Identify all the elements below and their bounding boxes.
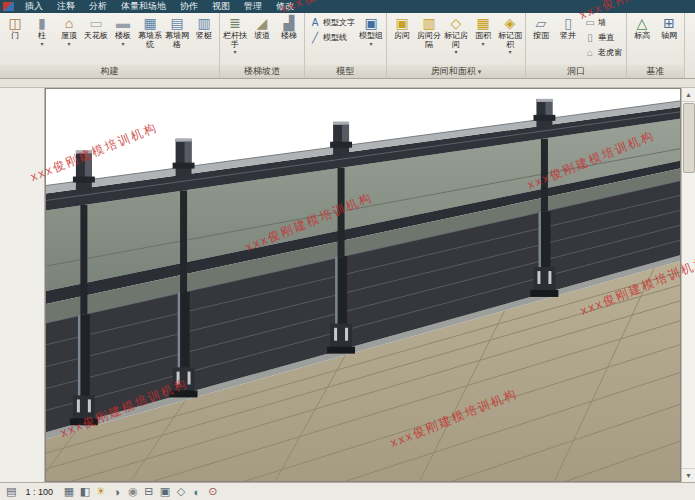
panel-label-text: 模型 — [337, 66, 355, 76]
panel-model-big-buttons: ▣ 模型组 ▾ — [358, 15, 384, 47]
panel-label-text: 洞口 — [567, 66, 585, 76]
panel-room-area-buttons: ▣ 房间 ▥ 房间分隔 ◇ 标记房间 ▾ — [387, 13, 525, 65]
level-button[interactable]: △ 标高 — [629, 15, 655, 41]
door-button[interactable]: ◫ 门 — [2, 15, 28, 41]
panel-dropdown-arrow-icon: ▾ — [478, 68, 482, 75]
ribbon-tab-bar: 插入 注释 分析 体量和场地 协作 视图 管理 修改 — [0, 0, 695, 13]
options-bar — [0, 79, 695, 88]
panel-label-datum: 基准 — [627, 65, 684, 78]
tab-insert[interactable]: 插入 — [18, 0, 50, 13]
area-icon: ▦ — [476, 15, 489, 32]
rendering-dialog-icon[interactable]: ◉ — [126, 485, 140, 498]
model-group-button[interactable]: ▣ 模型组 ▾ — [358, 15, 384, 47]
grid-icon: ⊞ — [663, 15, 675, 32]
view-control-icons: ▦ ◧ ☀ ◑ ◉ ⊟ ▣ ◇ ◐ ⊙ — [62, 485, 220, 498]
temporary-hide-isolate-icon[interactable]: ◐ — [190, 486, 204, 498]
ramp-icon: ◢ — [257, 15, 268, 32]
tab-collaborate[interactable]: 协作 — [173, 0, 205, 13]
panel-label-text: 楼梯坡道 — [244, 66, 280, 76]
room-separator-icon: ▥ — [422, 15, 435, 32]
panel-build-buttons: ◫ 门 ▮ 柱 ▾ ⌂ 屋顶 ▾ — [0, 13, 219, 65]
tab-view[interactable]: 视图 — [205, 0, 237, 13]
column-button[interactable]: ▮ 柱 ▾ — [29, 15, 55, 47]
stair-button[interactable]: ▟ 楼梯 — [276, 15, 302, 41]
model-line-button[interactable]: ╱ 模型线 — [307, 30, 357, 45]
panel-opening-small-buttons: ▭ 墙 ▯ 垂直 ⌂ 老虎窗 — [582, 15, 624, 60]
room-icon: ▣ — [395, 15, 408, 32]
curtain-system-icon: ▦ — [143, 15, 156, 32]
model-group-icon: ▣ — [364, 15, 377, 32]
panel-label-text: 房间和面积 — [431, 66, 476, 76]
reveal-hidden-icon[interactable]: ⊙ — [206, 485, 220, 498]
panel-circulation-buttons: ≣ 栏杆扶手 ▾ ◢ 坡道 ▟ 楼梯 — [220, 13, 304, 65]
sun-path-icon[interactable]: ☀ — [94, 485, 108, 498]
panel-label-room-area[interactable]: 房间和面积▾ — [387, 65, 525, 78]
visual-style-icon[interactable]: ◧ — [78, 485, 92, 498]
ribbon-panel-datum: △ 标高 ⊞ 轴网 基准 — [627, 13, 685, 78]
railing-icon: ≣ — [229, 15, 241, 32]
revit-window: 插入 注释 分析 体量和场地 协作 视图 管理 修改 — [0, 0, 695, 500]
ribbon-panel-model: A 模型文字 ╱ 模型线 ▣ 模型组 — [305, 13, 387, 78]
panel-label-model: 模型 — [305, 65, 386, 78]
crop-view-icon[interactable]: ⊟ — [142, 485, 156, 498]
model-3d-view[interactable] — [46, 89, 680, 481]
scroll-up-arrow-icon[interactable]: ▲ — [682, 88, 695, 102]
view-scale-control[interactable]: 1 : 100 — [21, 486, 57, 498]
opening-by-face-button[interactable]: ▱ 按面 — [528, 15, 554, 41]
tag-room-icon: ◇ — [451, 15, 462, 32]
panel-datum-buttons: △ 标高 ⊞ 轴网 — [627, 13, 684, 65]
panel-opening-big-buttons: ▱ 按面 ▯ 竖井 — [528, 15, 581, 41]
roof-icon: ⌂ — [65, 15, 73, 32]
wall-opening-button[interactable]: ▭ 墙 — [582, 15, 624, 30]
dormer-opening-icon: ⌂ — [584, 47, 596, 58]
ribbon-panel-opening: ▱ 按面 ▯ 竖井 ▭ — [526, 13, 627, 78]
vertical-opening-button[interactable]: ▯ 垂直 — [582, 30, 624, 45]
scroll-down-arrow-icon[interactable]: ▼ — [682, 468, 695, 482]
mullion-button[interactable]: ▥ 竖梃 — [191, 15, 217, 41]
shadows-icon[interactable]: ◑ — [110, 486, 124, 498]
tab-annotate[interactable]: 注释 — [50, 0, 82, 13]
ribbon-panel-build: ◫ 门 ▮ 柱 ▾ ⌂ 屋顶 ▾ — [0, 13, 220, 78]
area-button[interactable]: ▦ 面积 ▾ — [470, 15, 496, 47]
stair-icon: ▟ — [284, 15, 295, 32]
railing-button[interactable]: ≣ 栏杆扶手 ▾ — [222, 15, 248, 55]
tab-analyze[interactable]: 分析 — [82, 0, 114, 13]
curtain-grid-button[interactable]: ▤ 幕墙网格 — [164, 15, 190, 49]
drawing-area[interactable] — [45, 88, 681, 482]
room-separator-button[interactable]: ▥ 房间分隔 — [416, 15, 442, 49]
curtain-system-button[interactable]: ▦ 幕墙系统 — [137, 15, 163, 49]
ceiling-icon: ▭ — [89, 15, 102, 32]
ramp-button[interactable]: ◢ 坡道 — [249, 15, 275, 41]
tab-manage[interactable]: 管理 — [237, 0, 269, 13]
grid-button[interactable]: ⊞ 轴网 — [656, 15, 682, 41]
ceiling-button[interactable]: ▭ 天花板 — [83, 15, 109, 41]
tab-modify[interactable]: 修改 — [269, 0, 301, 13]
opening-by-face-icon: ▱ — [536, 15, 547, 32]
scrollbar-thumb[interactable] — [683, 103, 695, 173]
side-panel-strip — [0, 88, 45, 482]
vertical-scrollbar[interactable]: ▲ ▼ — [681, 88, 695, 482]
panel-label-opening: 洞口 — [526, 65, 626, 78]
tag-room-button[interactable]: ◇ 标记房间 ▾ — [443, 15, 469, 55]
model-line-icon: ╱ — [309, 32, 321, 43]
ribbon-tabs: 插入 注释 分析 体量和场地 协作 视图 管理 修改 — [18, 0, 301, 13]
tag-area-icon: ◈ — [505, 15, 516, 32]
tag-area-button[interactable]: ◈ 标记面积 ▾ — [497, 15, 523, 55]
panel-label-text: 构建 — [101, 66, 119, 76]
crop-region-icon[interactable]: ▣ — [158, 485, 172, 498]
shaft-opening-button[interactable]: ▯ 竖井 — [555, 15, 581, 41]
room-button[interactable]: ▣ 房间 — [389, 15, 415, 41]
dormer-opening-button[interactable]: ⌂ 老虎窗 — [582, 45, 624, 60]
detail-level-icon[interactable]: ▦ — [62, 485, 76, 498]
vertical-opening-icon: ▯ — [584, 32, 596, 43]
sheet-icon[interactable]: ▤ — [6, 485, 16, 498]
app-logo-icon — [3, 2, 14, 11]
post-top — [330, 122, 352, 157]
unlocked-view-icon[interactable]: ◇ — [174, 485, 188, 498]
model-text-button[interactable]: A 模型文字 — [307, 15, 357, 30]
view-control-bar: ▤ 1 : 100 ▦ ◧ ☀ ◑ ◉ ⊟ ▣ ◇ ◐ ⊙ — [0, 482, 695, 500]
ribbon-panel-circulation: ≣ 栏杆扶手 ▾ ◢ 坡道 ▟ 楼梯 — [220, 13, 305, 78]
roof-button[interactable]: ⌂ 屋顶 ▾ — [56, 15, 82, 47]
floor-button[interactable]: ▬ 楼板 ▾ — [110, 15, 136, 47]
tab-massing-site[interactable]: 体量和场地 — [114, 0, 173, 13]
